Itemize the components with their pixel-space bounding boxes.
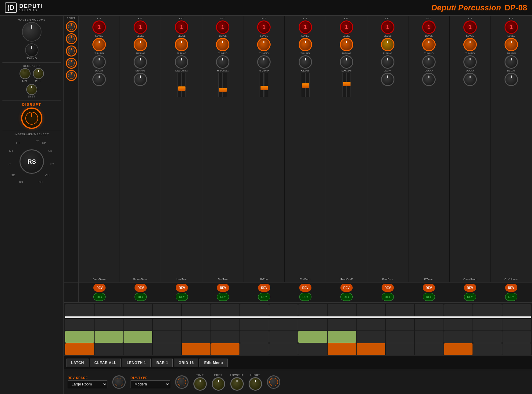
dsrpt-side-knob-1[interactable] bbox=[66, 21, 77, 32]
seq-r3c3[interactable] bbox=[124, 319, 152, 330]
edit-menu-button[interactable]: Edit Menu bbox=[200, 359, 228, 367]
seq-r1c10[interactable] bbox=[328, 304, 356, 316]
ch8-decay-knob[interactable] bbox=[381, 73, 394, 86]
ch7-fader-handle[interactable] bbox=[343, 82, 350, 86]
seq-r3c14[interactable] bbox=[444, 319, 473, 330]
ch6-rev-btn[interactable]: REV bbox=[299, 284, 311, 292]
seq-r3c2[interactable] bbox=[95, 319, 123, 330]
hicut-knob[interactable] bbox=[249, 377, 262, 391]
seq-r3c6[interactable] bbox=[211, 319, 240, 330]
ch4-tuning-knob[interactable] bbox=[216, 55, 229, 69]
ch3-kit-knob[interactable]: 1 bbox=[175, 20, 188, 34]
seq-r1c11[interactable] bbox=[357, 304, 385, 316]
inst-center-dial[interactable]: RS bbox=[20, 149, 44, 174]
ch4-kit-knob[interactable]: 1 bbox=[216, 20, 229, 34]
ch10-rev-btn[interactable]: REV bbox=[464, 284, 476, 292]
inst-point-sd[interactable]: SD bbox=[11, 174, 15, 177]
ch11-kit-knob[interactable]: 1 bbox=[505, 20, 518, 34]
ch5-kit-knob[interactable]: 1 bbox=[257, 20, 271, 34]
extra-dial[interactable] bbox=[267, 375, 280, 389]
hpf-knob[interactable] bbox=[33, 68, 44, 79]
seq-r5c10[interactable] bbox=[328, 343, 356, 355]
ch8-level-knob[interactable] bbox=[381, 38, 394, 51]
ch7-dly-btn[interactable]: DLY bbox=[340, 293, 353, 301]
ch4-dly-btn[interactable]: DLY bbox=[217, 293, 229, 301]
ch6-dly-btn[interactable]: DLY bbox=[299, 293, 311, 301]
time-knob[interactable] bbox=[193, 377, 207, 391]
dly-type-knob[interactable] bbox=[175, 375, 189, 389]
seq-r1c13[interactable] bbox=[415, 304, 444, 316]
seq-r3c9[interactable] bbox=[298, 319, 327, 330]
seq-r4c16[interactable] bbox=[502, 331, 531, 343]
seq-r4c4[interactable] bbox=[153, 331, 182, 343]
seq-r5c14[interactable] bbox=[444, 343, 473, 355]
seq-r5c8[interactable] bbox=[269, 343, 298, 355]
ch3-dly-btn[interactable]: DLY bbox=[176, 293, 188, 301]
seq-r4c3[interactable] bbox=[124, 331, 152, 343]
seq-r1c7[interactable] bbox=[240, 304, 269, 316]
inst-point-ch[interactable]: CH bbox=[38, 181, 42, 184]
ch6-tuning-knob[interactable] bbox=[299, 55, 312, 69]
ch3-tuning-knob[interactable] bbox=[175, 55, 188, 69]
ch7-rev-btn[interactable]: REV bbox=[340, 284, 353, 292]
ch3-rev-btn[interactable]: REV bbox=[176, 284, 188, 292]
inst-point-ht[interactable]: HT bbox=[16, 141, 20, 144]
ch6-kit-knob[interactable]: 1 bbox=[299, 20, 312, 34]
seq-r5c6[interactable] bbox=[211, 343, 240, 355]
seq-r4c6[interactable] bbox=[211, 331, 240, 343]
ch3-fader[interactable] bbox=[177, 73, 186, 97]
seq-r1c3[interactable] bbox=[124, 304, 152, 316]
inst-point-mt[interactable]: MT bbox=[9, 149, 13, 152]
ch7-fader[interactable] bbox=[342, 73, 351, 97]
ch3-fader-handle[interactable] bbox=[178, 86, 185, 91]
dsrpt-side-knob-5[interactable] bbox=[66, 70, 77, 81]
seq-r5c7[interactable] bbox=[240, 343, 269, 355]
ch4-level-knob[interactable] bbox=[216, 38, 229, 51]
seq-r3c16[interactable] bbox=[502, 319, 531, 330]
seq-r4c12[interactable] bbox=[386, 331, 415, 343]
seq-r5c3[interactable] bbox=[124, 343, 152, 355]
seq-r5c2[interactable] bbox=[95, 343, 123, 355]
ch2-kit-knob[interactable]: 1 bbox=[134, 20, 147, 34]
ch10-dly-btn[interactable]: DLY bbox=[464, 293, 476, 301]
dsrpt-side-knob-2[interactable] bbox=[66, 33, 77, 44]
seq-r4c11[interactable] bbox=[357, 331, 385, 343]
seq-r3c11[interactable] bbox=[357, 319, 385, 330]
seq-r5c11[interactable] bbox=[357, 343, 385, 355]
seq-r3c10[interactable] bbox=[328, 319, 356, 330]
latch-button[interactable]: LATCH bbox=[66, 359, 88, 367]
ch3-level-knob[interactable] bbox=[175, 38, 188, 51]
seq-r1c1[interactable] bbox=[65, 304, 94, 316]
inst-point-cb[interactable]: CB bbox=[49, 149, 52, 152]
seq-r1c2[interactable] bbox=[95, 304, 123, 316]
ch9-tuning-knob[interactable] bbox=[422, 55, 436, 69]
ch5-tuning-knob[interactable] bbox=[257, 55, 271, 69]
ch5-dly-btn[interactable]: DLY bbox=[258, 293, 270, 301]
ch5-level-knob[interactable] bbox=[257, 38, 271, 51]
seq-r3c13[interactable] bbox=[415, 319, 444, 330]
inst-point-bd[interactable]: BD bbox=[19, 181, 23, 184]
seq-r3c7[interactable] bbox=[240, 319, 269, 330]
seq-r4c8[interactable] bbox=[269, 331, 298, 343]
seq-r5c5[interactable] bbox=[182, 343, 210, 355]
lpf-knob[interactable] bbox=[20, 68, 31, 79]
ch5-fader[interactable] bbox=[260, 73, 268, 97]
seq-r1c15[interactable] bbox=[473, 304, 502, 316]
seq-r4c5[interactable] bbox=[182, 331, 210, 343]
seq-r4c9[interactable] bbox=[298, 331, 327, 343]
ch1-decay-knob[interactable] bbox=[92, 73, 106, 86]
seq-r1c8[interactable] bbox=[269, 304, 298, 316]
ch1-level-knob[interactable] bbox=[92, 38, 106, 51]
ch9-dly-btn[interactable]: DLY bbox=[423, 293, 435, 301]
inst-point-oh[interactable]: OH bbox=[45, 174, 49, 177]
seq-r1c6[interactable] bbox=[211, 304, 240, 316]
seq-r3c5[interactable] bbox=[182, 319, 210, 330]
ch2-snappy-knob[interactable] bbox=[134, 73, 147, 86]
seq-r4c14[interactable] bbox=[444, 331, 473, 343]
seq-r1c14[interactable] bbox=[444, 304, 473, 316]
ch4-fader-handle[interactable] bbox=[219, 88, 227, 92]
seq-r1c12[interactable] bbox=[386, 304, 415, 316]
ch10-tuning-knob[interactable] bbox=[463, 55, 477, 69]
ch6-fader[interactable] bbox=[301, 73, 310, 97]
ch7-level-knob[interactable] bbox=[340, 38, 353, 51]
